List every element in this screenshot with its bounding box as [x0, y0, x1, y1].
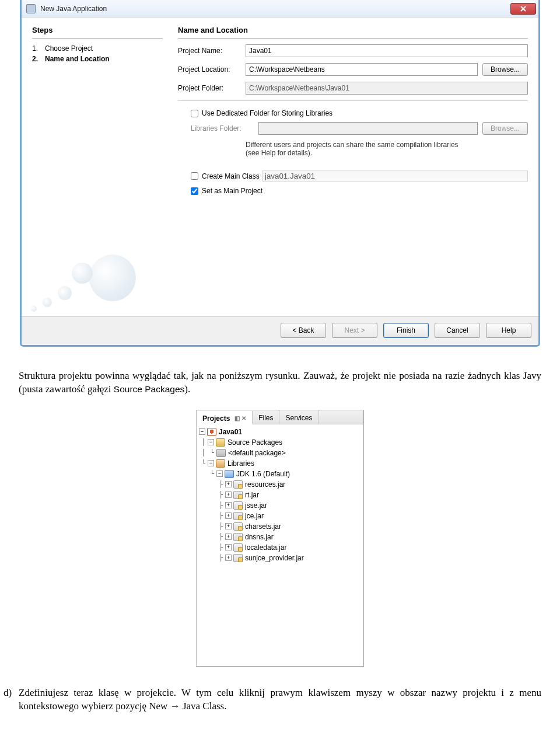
- jar-label: resources.jar: [245, 480, 285, 489]
- set-main-label: Set as Main Project: [202, 187, 262, 195]
- project-name-input[interactable]: [246, 44, 528, 57]
- jar-icon: [233, 533, 243, 541]
- expander-icon[interactable]: −: [208, 439, 214, 445]
- step-choose-project: 1. Choose Project: [32, 44, 163, 53]
- tab-strip: Projects◧ ✕ Files Services: [197, 410, 363, 424]
- jar-icon: [233, 543, 243, 552]
- libraries-icon: [216, 459, 225, 468]
- tree-node-jar[interactable]: ├+resources.jar: [199, 479, 361, 490]
- tree-node-jar[interactable]: ├+sunjce_provider.jar: [199, 553, 361, 563]
- next-button: Next >: [332, 323, 377, 338]
- tree-node-jar[interactable]: ├+charsets.jar: [199, 521, 361, 532]
- project-folder-label: Project Folder:: [178, 84, 246, 92]
- package-icon: [216, 449, 226, 457]
- expander-icon[interactable]: +: [225, 491, 232, 498]
- tree-node-jar[interactable]: ├+localedata.jar: [199, 542, 361, 553]
- app-icon: [26, 4, 36, 13]
- tree-node-jar[interactable]: ├+jce.jar: [199, 511, 361, 521]
- expander-icon[interactable]: +: [225, 513, 232, 519]
- form-title: Name and Location: [178, 26, 528, 39]
- expander-icon[interactable]: +: [225, 534, 232, 540]
- tab-services[interactable]: Services: [279, 410, 318, 424]
- close-button[interactable]: [510, 3, 536, 15]
- tree-node-libraries[interactable]: └ − Libraries: [199, 458, 361, 469]
- jar-label: jsse.jar: [245, 501, 267, 510]
- step-name-location: 2. Name and Location: [32, 55, 163, 63]
- tree-node-jdk[interactable]: └ − JDK 1.6 (Default): [199, 469, 361, 479]
- tab-projects[interactable]: Projects◧ ✕: [197, 411, 253, 424]
- project-location-label: Project Location:: [178, 65, 246, 74]
- tree-node-jar[interactable]: ├+dnsns.jar: [199, 532, 361, 542]
- jar-label: dnsns.jar: [245, 533, 274, 541]
- step-label: Choose Project: [45, 44, 93, 53]
- project-location-input[interactable]: [246, 63, 478, 76]
- expander-icon[interactable]: +: [225, 544, 232, 550]
- step-number: 2.: [32, 55, 45, 63]
- jar-label: localedata.jar: [245, 543, 286, 552]
- expander-icon[interactable]: +: [225, 502, 232, 508]
- expander-icon[interactable]: −: [208, 460, 214, 466]
- project-folder-input: [246, 82, 528, 95]
- create-main-checkbox[interactable]: [191, 172, 198, 180]
- jar-icon: [233, 501, 243, 510]
- step-label: Name and Location: [45, 55, 110, 63]
- decorative-bubbles: [20, 237, 153, 319]
- browse-libraries-button: Browse...: [482, 122, 528, 135]
- form-pane: Name and Location Project Name: Project …: [171, 21, 535, 313]
- projects-panel: Projects◧ ✕ Files Services − Java01 │ − …: [196, 410, 364, 667]
- jar-icon: [233, 491, 243, 499]
- separator: [178, 100, 528, 101]
- jar-icon: [233, 512, 243, 520]
- use-dedicated-checkbox[interactable]: [191, 110, 198, 117]
- set-main-checkbox[interactable]: [191, 187, 198, 195]
- back-button[interactable]: < Back: [281, 323, 326, 338]
- jar-label: jce.jar: [245, 512, 264, 520]
- jar-icon: [233, 480, 243, 489]
- steps-title: Steps: [32, 26, 163, 39]
- tree-node-default-package[interactable]: │└ <default package>: [199, 448, 361, 458]
- jar-label: sunjce_provider.jar: [245, 554, 304, 562]
- dialog-footer: < Back Next > Finish Cancel Help: [22, 316, 538, 345]
- expander-icon[interactable]: −: [199, 428, 205, 435]
- package-folder-icon: [216, 438, 225, 447]
- tab-files[interactable]: Files: [253, 410, 279, 424]
- browse-location-button[interactable]: Browse...: [482, 63, 528, 76]
- wizard-dialog: New Java Application Steps 1. Choose Pro…: [20, 0, 540, 347]
- project-name-label: Project Name:: [178, 47, 246, 55]
- expander-icon[interactable]: +: [225, 555, 232, 561]
- libraries-folder-label: Libraries Folder:: [191, 124, 258, 133]
- titlebar[interactable]: New Java Application: [22, 0, 538, 18]
- expander-icon[interactable]: +: [225, 481, 232, 487]
- step-number: 1.: [32, 44, 45, 53]
- expander-icon[interactable]: +: [225, 523, 232, 529]
- close-icon: [520, 6, 526, 12]
- tree-node-jar[interactable]: ├+jsse.jar: [199, 500, 361, 511]
- java-project-icon: [207, 428, 216, 436]
- help-button[interactable]: Help: [486, 323, 531, 338]
- create-main-input: [262, 170, 528, 182]
- steps-pane: Steps 1. Choose Project 2. Name and Loca…: [25, 21, 171, 313]
- window-title: New Java Application: [40, 5, 510, 13]
- libraries-folder-input: [258, 122, 478, 135]
- tab-controls-icon[interactable]: ◧ ✕: [235, 415, 246, 421]
- tree-node-root[interactable]: − Java01: [199, 427, 361, 437]
- expander-icon[interactable]: −: [216, 470, 223, 477]
- paragraph-1: Struktura projektu powinna wyglądać tak,…: [0, 357, 560, 400]
- jar-icon: [233, 522, 243, 531]
- jar-label: rt.jar: [245, 491, 259, 499]
- tree-node-source-packages[interactable]: │ − Source Packages: [199, 437, 361, 448]
- tree-node-jar[interactable]: ├+rt.jar: [199, 490, 361, 500]
- project-tree[interactable]: − Java01 │ − Source Packages │└ <default…: [197, 424, 363, 566]
- create-main-label: Create Main Class: [202, 172, 262, 180]
- jdk-icon: [225, 470, 234, 478]
- jar-label: charsets.jar: [245, 522, 281, 531]
- cancel-button[interactable]: Cancel: [435, 323, 480, 338]
- libraries-hint: Different users and projects can share t…: [246, 141, 467, 157]
- use-dedicated-label: Use Dedicated Folder for Storing Librari…: [202, 109, 332, 117]
- finish-button[interactable]: Finish: [383, 323, 429, 338]
- list-marker: d): [4, 686, 19, 713]
- list-item-d: d) Zdefiniujesz teraz klasę w projekcie.…: [0, 686, 560, 725]
- jar-icon: [233, 554, 243, 562]
